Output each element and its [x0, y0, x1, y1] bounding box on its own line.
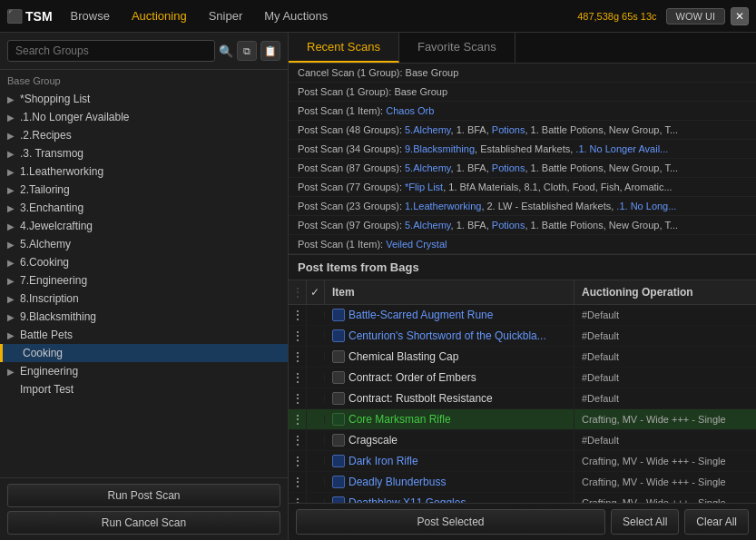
- sidebar-item-alchemy[interactable]: ▶ 5.Alchemy: [0, 235, 288, 253]
- nav-sniper[interactable]: Sniper: [205, 7, 247, 25]
- row-check[interactable]: [307, 416, 325, 423]
- run-post-scan-button[interactable]: Run Post Scan: [7, 484, 280, 507]
- row-item: Contract: Order of Embers: [325, 368, 574, 388]
- grip-header: ⋮: [289, 280, 307, 304]
- sidebar-item-engineering[interactable]: ▶ 7.Engineering: [0, 271, 288, 290]
- table-row[interactable]: ⋮ Deathblow X11 Goggles Crafting, MV - W…: [289, 493, 756, 503]
- sidebar-item-shopping-list[interactable]: ▶ *Shopping List: [0, 90, 288, 108]
- content-panel: Recent Scans Favorite Scans Cancel Scan …: [289, 33, 756, 540]
- arrow-icon: ▶: [7, 94, 16, 104]
- topbar: ⬛ TSM Browse Auctioning Sniper My Auctio…: [0, 0, 756, 33]
- sidebar-item-cooking[interactable]: ▶ 6.Cooking: [0, 253, 288, 271]
- table-row[interactable]: ⋮ Contract: Rustbolt Resistance #Default: [289, 388, 756, 409]
- row-check[interactable]: [307, 332, 325, 339]
- sidebar-item-cooking-selected[interactable]: Cooking: [0, 344, 288, 362]
- table-row[interactable]: ⋮ Core Marksman Rifle Crafting, MV - Wid…: [289, 409, 756, 430]
- clear-all-button[interactable]: Clear All: [684, 509, 749, 535]
- sidebar-item-blacksmithing[interactable]: ▶ 9.Blacksmithing: [0, 308, 288, 326]
- item-icon: [332, 309, 345, 321]
- item-name: Deathblow X11 Goggles: [349, 496, 466, 503]
- sidebar-item-label: Import Test: [20, 383, 74, 396]
- sidebar-item-label: 8.Inscription: [20, 292, 79, 305]
- sidebar-item-inscription[interactable]: ▶ 8.Inscription: [0, 290, 288, 308]
- row-operation: #Default: [574, 389, 756, 407]
- scans-section: Cancel Scan (1 Group): Base Group Post S…: [289, 64, 756, 255]
- nav-auctioning[interactable]: Auctioning: [128, 7, 191, 25]
- row-check[interactable]: [307, 311, 325, 319]
- sidebar: 🔍 ⧉ 📋 Base Group ▶ *Shopping List ▶ .1.N…: [0, 33, 289, 540]
- row-operation: Crafting, MV - Wide +++ - Single: [574, 452, 756, 470]
- row-check[interactable]: [307, 353, 325, 360]
- scan-item[interactable]: Post Scan (77 Groups): *Flip List, 1. Bf…: [289, 178, 756, 197]
- sidebar-item-tailoring[interactable]: ▶ 2.Tailoring: [0, 181, 288, 199]
- scan-item[interactable]: Post Scan (87 Groups): 5.Alchemy, 1. BFA…: [289, 159, 756, 178]
- arrow-icon: ▶: [7, 167, 16, 177]
- select-all-button[interactable]: Select All: [611, 509, 679, 535]
- row-operation: #Default: [574, 368, 756, 387]
- sidebar-item-enchanting[interactable]: ▶ 3.Enchanting: [0, 199, 288, 217]
- scan-item[interactable]: Cancel Scan (1 Group): Base Group: [289, 64, 756, 83]
- tabs: Recent Scans Favorite Scans: [289, 33, 756, 64]
- row-check[interactable]: [307, 374, 325, 381]
- scan-item[interactable]: Post Scan (1 Group): Base Group: [289, 83, 756, 102]
- table-row[interactable]: ⋮ Chemical Blasting Cap #Default: [289, 347, 756, 368]
- item-name: Chemical Blasting Cap: [349, 350, 458, 363]
- sidebar-item-no-longer-available[interactable]: ▶ .1.No Longer Available: [0, 108, 288, 126]
- sidebar-item-jewelcrafting[interactable]: ▶ 4.Jewelcrafting: [0, 217, 288, 235]
- table-row[interactable]: ⋮ Dark Iron Rifle Crafting, MV - Wide ++…: [289, 451, 756, 472]
- close-button[interactable]: ✕: [731, 7, 749, 25]
- row-grip: ⋮: [289, 430, 307, 450]
- post-selected-button[interactable]: Post Selected: [296, 509, 605, 535]
- arrow-icon: ▶: [7, 149, 16, 159]
- scan-item[interactable]: Post Scan (48 Groups): 5.Alchemy, 1. BFA…: [289, 121, 756, 140]
- arrow-icon: ▶: [7, 240, 16, 250]
- row-item: Cragscale: [325, 430, 574, 450]
- item-icon: [332, 371, 345, 384]
- nav-browse[interactable]: Browse: [67, 7, 113, 25]
- item-header[interactable]: Item: [325, 280, 574, 304]
- sidebar-item-battle-pets[interactable]: ▶ Battle Pets: [0, 326, 288, 344]
- arrow-icon: ▶: [7, 312, 16, 322]
- row-check[interactable]: [307, 478, 325, 486]
- row-check[interactable]: [307, 395, 325, 402]
- wow-ui-button[interactable]: WOW UI: [666, 8, 725, 25]
- post-items-title: Post Items from Bags: [289, 255, 756, 280]
- sidebar-item-transmog[interactable]: ▶ .3. Transmog: [0, 144, 288, 162]
- sidebar-item-engineering2[interactable]: ▶ Engineering: [0, 362, 288, 380]
- copy-button[interactable]: ⧉: [237, 41, 257, 61]
- arrow-icon: ▶: [7, 113, 16, 123]
- sidebar-item-label: 2.Tailoring: [20, 183, 70, 196]
- tab-favorite-scans[interactable]: Favorite Scans: [399, 33, 515, 63]
- table-row[interactable]: ⋮ Contract: Order of Embers #Default: [289, 368, 756, 388]
- sidebar-item-import-test[interactable]: Import Test: [0, 380, 288, 398]
- table-header: ⋮ ✓ Item Auctioning Operation: [289, 280, 756, 305]
- operation-header[interactable]: Auctioning Operation: [574, 280, 756, 304]
- scan-item[interactable]: Post Scan (23 Groups): 1.Leatherworking,…: [289, 197, 756, 216]
- table-row[interactable]: ⋮ Deadly Blunderbuss Crafting, MV - Wide…: [289, 472, 756, 493]
- table-row[interactable]: ⋮ Battle-Scarred Augment Rune #Default: [289, 305, 756, 326]
- scan-item[interactable]: Post Scan (1 Item): Veiled Crystal: [289, 235, 756, 254]
- sidebar-item-label: Cooking: [23, 347, 63, 359]
- main-layout: 🔍 ⧉ 📋 Base Group ▶ *Shopping List ▶ .1.N…: [0, 33, 756, 540]
- item-icon: [332, 350, 345, 363]
- search-input[interactable]: [7, 40, 215, 62]
- sidebar-item-leatherworking[interactable]: ▶ 1.Leatherworking: [0, 162, 288, 181]
- row-check[interactable]: [307, 437, 325, 444]
- paste-button[interactable]: 📋: [260, 41, 280, 61]
- sidebar-footer: Run Post Scan Run Cancel Scan: [0, 477, 288, 540]
- sidebar-item-recipes[interactable]: ▶ .2.Recipes: [0, 126, 288, 144]
- table-row[interactable]: ⋮ Centurion's Shortsword of the Quickbla…: [289, 326, 756, 347]
- sidebar-content: Base Group ▶ *Shopping List ▶ .1.No Long…: [0, 70, 288, 477]
- item-icon: [332, 413, 345, 426]
- run-cancel-scan-button[interactable]: Run Cancel Scan: [7, 511, 280, 535]
- scan-item[interactable]: Post Scan (34 Groups): 9.Blacksmithing, …: [289, 140, 756, 159]
- item-icon: [332, 476, 345, 488]
- tab-recent-scans[interactable]: Recent Scans: [289, 33, 399, 63]
- row-item: Battle-Scarred Augment Rune: [325, 305, 574, 325]
- row-check[interactable]: [307, 457, 325, 465]
- scan-item[interactable]: Post Scan (97 Groups): 5.Alchemy, 1. BFA…: [289, 216, 756, 235]
- table-row[interactable]: ⋮ Cragscale #Default: [289, 430, 756, 451]
- nav-my-auctions[interactable]: My Auctions: [260, 7, 331, 25]
- arrow-icon: ▶: [7, 258, 16, 268]
- scan-item[interactable]: Post Scan (1 Item): Chaos Orb: [289, 102, 756, 121]
